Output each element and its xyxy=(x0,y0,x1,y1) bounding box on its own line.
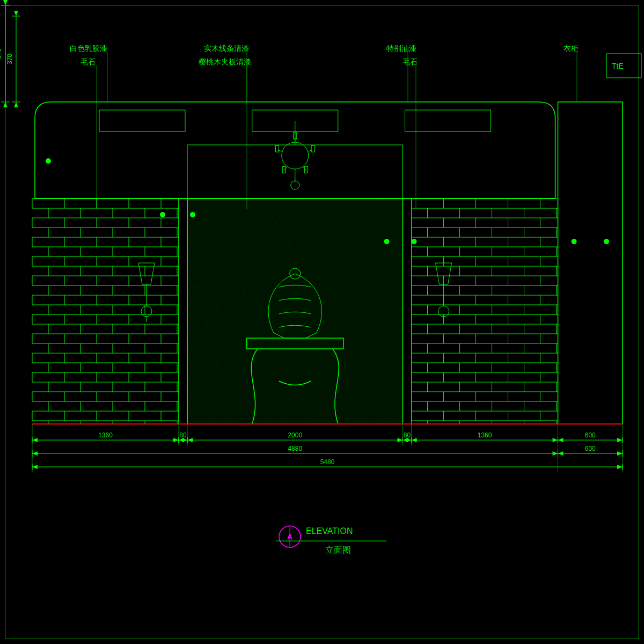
cad-drawing xyxy=(0,0,644,644)
